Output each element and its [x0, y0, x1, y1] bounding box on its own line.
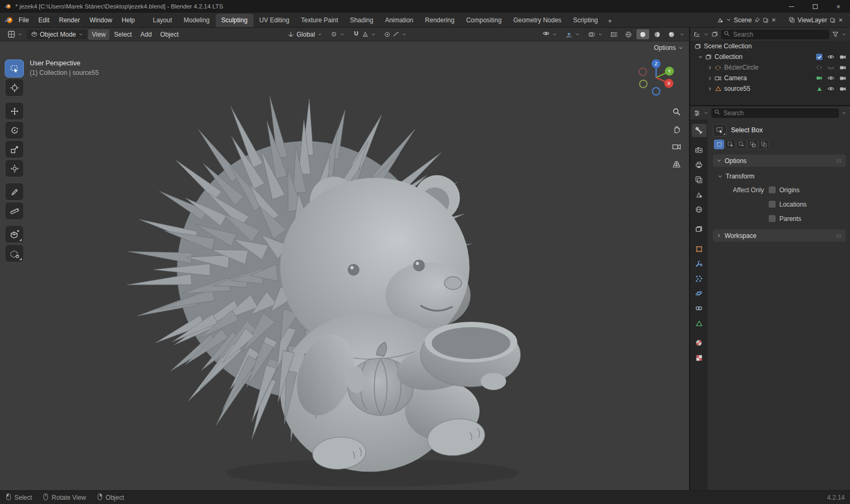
- menu-object[interactable]: Object: [157, 29, 183, 40]
- collapse-icon[interactable]: [696, 54, 704, 60]
- tab-animation[interactable]: Animation: [379, 14, 419, 27]
- add-workspace-button[interactable]: +: [604, 15, 616, 27]
- outliner-row-camera[interactable]: Camera: [690, 73, 850, 83]
- expand-icon[interactable]: [706, 75, 713, 81]
- viewport-options-dropdown[interactable]: Options: [654, 44, 684, 52]
- mode-selector[interactable]: Object Mode: [27, 30, 87, 39]
- collection-exclude-checkbox[interactable]: [814, 54, 824, 60]
- tab-modeling[interactable]: Modeling: [178, 14, 216, 27]
- shading-wireframe-button[interactable]: [622, 29, 635, 39]
- camera-view-icon[interactable]: [671, 141, 682, 152]
- remove-view-layer-icon[interactable]: [838, 17, 844, 23]
- navigation-gizmo[interactable]: Z Y X: [637, 58, 675, 97]
- object-visibility-dropdown[interactable]: [539, 29, 560, 40]
- shading-dropdown[interactable]: [679, 32, 685, 37]
- tab-texture[interactable]: [692, 351, 707, 364]
- select-mode-new[interactable]: [714, 140, 724, 149]
- menu-add[interactable]: Add: [137, 29, 155, 40]
- tab-tool[interactable]: [692, 124, 707, 137]
- render-visibility-icon[interactable]: [838, 86, 847, 92]
- select-mode-invert[interactable]: [747, 140, 758, 149]
- tab-shading[interactable]: Shading: [344, 14, 379, 27]
- view-layer-selector[interactable]: ViewLayer: [786, 15, 846, 25]
- display-mode-icon[interactable]: [711, 31, 718, 38]
- toggle-perspective-grid-icon[interactable]: [671, 159, 682, 169]
- proportional-editing-toggle[interactable]: [381, 30, 410, 39]
- hide-eye-icon[interactable]: [826, 64, 836, 71]
- transform-orientation-selector[interactable]: Global: [284, 30, 326, 39]
- active-tool-button[interactable]: [713, 124, 727, 136]
- parents-checkbox[interactable]: [769, 215, 776, 222]
- tab-constraints[interactable]: [692, 302, 707, 315]
- outliner-row-source55[interactable]: source55: [690, 83, 850, 94]
- tab-layout[interactable]: Layout: [147, 14, 178, 27]
- menu-file[interactable]: File: [14, 14, 33, 26]
- tab-material[interactable]: [692, 336, 707, 349]
- tab-view-layer[interactable]: [692, 173, 707, 186]
- new-scene-icon[interactable]: [762, 17, 769, 23]
- unlink-scene-icon[interactable]: [771, 17, 777, 23]
- menu-edit[interactable]: Edit: [33, 14, 54, 26]
- shading-solid-button[interactable]: [636, 29, 649, 39]
- properties-editor-icon[interactable]: [693, 109, 701, 117]
- tab-sculpting[interactable]: Sculpting: [216, 14, 253, 27]
- rotate-tool[interactable]: [5, 121, 24, 139]
- expand-icon[interactable]: [706, 65, 713, 71]
- render-visibility-icon[interactable]: [838, 75, 847, 82]
- properties-search[interactable]: [711, 108, 839, 118]
- tab-rendering[interactable]: Rendering: [419, 14, 460, 27]
- tab-uv-editing[interactable]: UV Editing: [253, 14, 295, 27]
- render-visibility-icon[interactable]: [838, 64, 847, 71]
- gizmos-toggle[interactable]: [562, 30, 583, 39]
- add-primitive-tool[interactable]: [5, 244, 24, 262]
- hide-eye-icon[interactable]: [826, 53, 836, 61]
- 3d-viewport[interactable]: User Perspective (1) Collection | source…: [0, 41, 689, 490]
- editor-type-button[interactable]: [4, 29, 26, 39]
- select-mode-extend[interactable]: [725, 140, 735, 149]
- xray-toggle[interactable]: [608, 29, 620, 39]
- snap-toggle[interactable]: [350, 29, 379, 40]
- scale-tool[interactable]: [5, 140, 24, 158]
- properties-search-input[interactable]: [722, 109, 836, 117]
- shading-rendered-button[interactable]: [665, 29, 678, 39]
- tab-scene[interactable]: [692, 188, 707, 201]
- options-panel-header[interactable]: Options: [713, 155, 846, 167]
- move-tool[interactable]: [5, 102, 24, 120]
- outliner-row-scene-collection[interactable]: Scene Collection: [690, 41, 850, 52]
- select-box-tool[interactable]: [5, 59, 24, 78]
- tab-scripting[interactable]: Scripting: [567, 14, 604, 27]
- maximize-button[interactable]: [803, 0, 827, 13]
- close-button[interactable]: ×: [827, 0, 850, 13]
- cursor-tool[interactable]: [5, 79, 24, 97]
- tab-collection[interactable]: [692, 223, 707, 236]
- add-cube-tool[interactable]: [5, 225, 24, 243]
- blender-app-menu-icon[interactable]: [4, 15, 14, 25]
- expand-icon[interactable]: [706, 86, 713, 92]
- pivot-point-selector[interactable]: [327, 30, 348, 39]
- menu-select[interactable]: Select: [110, 29, 135, 40]
- render-visibility-icon[interactable]: [838, 54, 847, 61]
- menu-render[interactable]: Render: [54, 14, 84, 26]
- transform-tool[interactable]: [5, 159, 24, 177]
- workspace-panel-header[interactable]: Workspace: [713, 229, 846, 242]
- chevron-down-icon[interactable]: [842, 32, 847, 37]
- pan-hand-icon[interactable]: [671, 124, 682, 134]
- annotate-tool[interactable]: [5, 183, 24, 201]
- hide-eye-icon[interactable]: [826, 74, 836, 82]
- minimize-button[interactable]: [780, 0, 803, 13]
- chevron-down-icon[interactable]: [842, 110, 847, 116]
- tab-geometry-nodes[interactable]: Geometry Nodes: [507, 14, 567, 27]
- menu-view[interactable]: View: [88, 29, 109, 40]
- transform-subpanel-header[interactable]: Transform: [713, 170, 846, 181]
- origins-checkbox[interactable]: [769, 186, 776, 193]
- outliner-search[interactable]: [721, 30, 829, 39]
- tab-texture-paint[interactable]: Texture Paint: [295, 14, 344, 27]
- select-mode-intersect[interactable]: [759, 140, 769, 149]
- tab-world[interactable]: [692, 203, 707, 216]
- outliner-row-collection[interactable]: Collection: [690, 52, 850, 62]
- shading-material-button[interactable]: [651, 29, 664, 39]
- panel-grip-icon[interactable]: [835, 157, 843, 165]
- locations-checkbox[interactable]: [769, 201, 776, 208]
- new-view-layer-icon[interactable]: [829, 17, 836, 23]
- select-mode-subtract[interactable]: [736, 140, 746, 149]
